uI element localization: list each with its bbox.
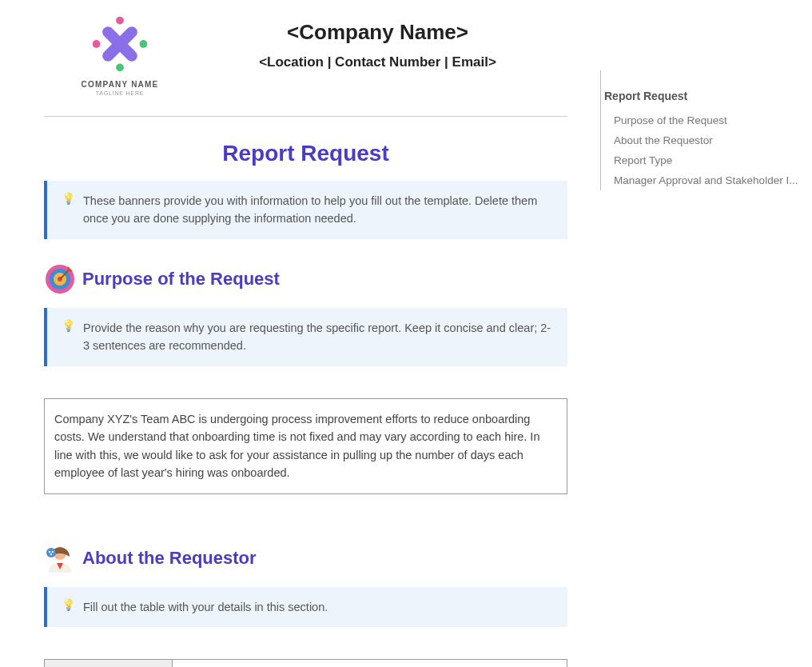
- svg-point-5: [140, 40, 148, 48]
- logo-icon: [92, 16, 148, 72]
- requestor-table: Requestor Name Department: [44, 659, 567, 667]
- info-banner-purpose: 💡 Provide the reason why you are request…: [44, 308, 567, 366]
- outline-item-approval[interactable]: Manager Approval and Stakeholder I...: [614, 170, 804, 190]
- banner-intro-text: These banners provide you with informati…: [83, 192, 553, 228]
- svg-point-6: [116, 64, 124, 72]
- logo-company-name: COMPANY NAME: [76, 80, 164, 89]
- section-purpose: Purpose of the Request 💡 Provide the rea…: [44, 263, 567, 494]
- banner-purpose-text: Provide the reason why you are requestin…: [83, 319, 553, 355]
- section-purpose-heading: Purpose of the Request: [82, 269, 280, 290]
- svg-point-7: [93, 40, 101, 48]
- document-outline: Report Request Purpose of the Request Ab…: [600, 70, 804, 190]
- table-label-name: Requestor Name: [45, 660, 173, 667]
- company-contact-placeholder: <Location | Contact Number | Email>: [188, 54, 567, 70]
- svg-point-17: [52, 551, 54, 553]
- banner-requestor-text: Fill out the table with your details in …: [83, 598, 328, 616]
- table-value-name[interactable]: [173, 660, 567, 667]
- info-banner-requestor: 💡 Fill out the table with your details i…: [44, 587, 567, 627]
- company-logo: COMPANY NAME TAGLINE HERE: [76, 16, 164, 96]
- person-icon: [44, 542, 76, 574]
- lightbulb-icon: 💡: [62, 192, 75, 205]
- target-icon: [44, 263, 76, 295]
- outline-item-requestor[interactable]: About the Requestor: [614, 130, 804, 150]
- company-name-placeholder: <Company Name>: [188, 20, 567, 45]
- outline-title[interactable]: Report Request: [601, 90, 804, 102]
- lightbulb-icon: 💡: [62, 598, 75, 611]
- section-requestor-heading: About the Requestor: [82, 548, 257, 569]
- lightbulb-icon: 💡: [62, 319, 75, 332]
- svg-point-16: [49, 551, 50, 553]
- document-header: COMPANY NAME TAGLINE HERE <Company Name>…: [44, 16, 567, 96]
- svg-point-15: [46, 548, 56, 557]
- info-banner-intro: 💡 These banners provide you with informa…: [44, 181, 567, 239]
- header-divider: [44, 116, 567, 117]
- document-title: Report Request: [44, 141, 567, 166]
- table-row: Requestor Name: [45, 660, 567, 667]
- svg-point-4: [116, 17, 124, 25]
- svg-point-18: [50, 553, 52, 555]
- section-requestor: About the Requestor 💡 Fill out the table…: [44, 542, 567, 667]
- outline-item-purpose[interactable]: Purpose of the Request: [614, 110, 804, 130]
- logo-tagline: TAGLINE HERE: [76, 90, 164, 96]
- outline-item-report-type[interactable]: Report Type: [614, 150, 804, 170]
- purpose-body-text[interactable]: Company XYZ's Team ABC is undergoing pro…: [44, 398, 567, 494]
